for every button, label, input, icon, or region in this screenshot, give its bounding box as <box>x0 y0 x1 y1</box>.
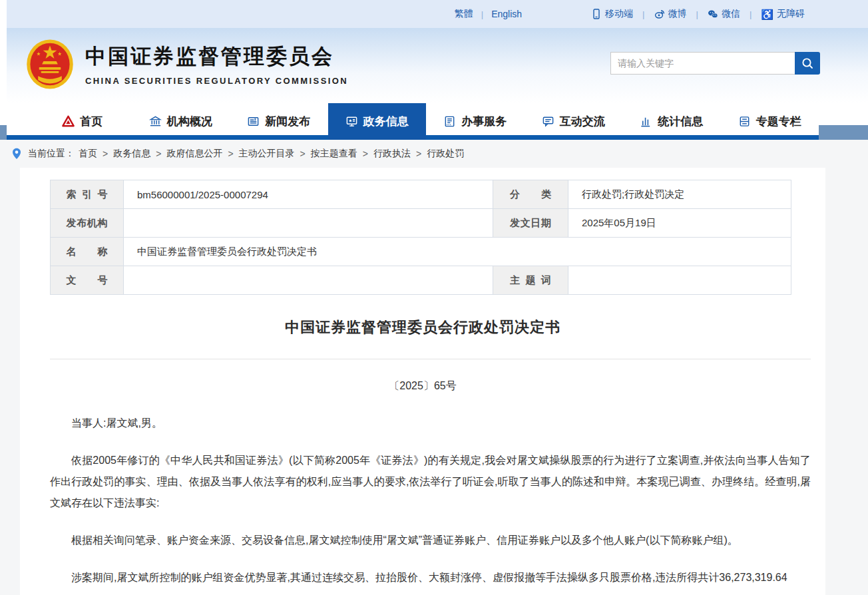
accessibility-icon: ♿ <box>761 9 773 19</box>
nav-item-about[interactable]: 机构概况 <box>132 103 230 140</box>
breadcrumb-link-catalog[interactable]: 主动公开目录 <box>239 148 295 160</box>
breadcrumb-link-by-topic[interactable]: 按主题查看 <box>311 148 357 160</box>
location-pin-icon <box>12 148 21 160</box>
breadcrumb-separator: > <box>228 148 233 159</box>
paragraph-manipulation-facts: 涉案期间,屠文斌所控制的账户组资金优势显著,其通过连续交易、拉抬股价、大额封涨停… <box>50 567 811 588</box>
breadcrumb: 当前位置： 首页 > 政务信息 > 政府信息公开 > 主动公开目录 > 按主题查… <box>0 140 868 168</box>
interaction-icon <box>542 115 554 128</box>
issuing-agency-value <box>124 209 493 238</box>
site-title-en: CHINA SECURITIES REGULATORY COMMISSION <box>85 76 348 86</box>
mobile-label: 移动端 <box>605 8 633 20</box>
nav-item-label: 互动交流 <box>560 114 605 129</box>
name-value: 中国证券监督管理委员会行政处罚决定书 <box>124 238 791 266</box>
search-button[interactable] <box>795 52 820 75</box>
institution-icon <box>149 115 162 128</box>
separator: | <box>696 9 698 19</box>
paragraph-parties: 当事人:屠文斌,男。 <box>50 413 811 434</box>
mobile-link[interactable]: 移动端 <box>591 8 633 20</box>
document-number-value <box>124 266 493 295</box>
statistics-icon <box>640 115 652 128</box>
issuing-agency-label: 发布机构 <box>51 209 124 238</box>
name-label: 名称 <box>51 238 124 266</box>
nav-item-label: 办事服务 <box>461 114 507 129</box>
document-number-label: 文号 <box>51 266 124 295</box>
top-utility-bar: 繁體 | English 移动端 | 微博 | 微信 | ♿ 无障碍 <box>7 0 868 28</box>
nav-item-interaction[interactable]: 互动交流 <box>525 103 623 140</box>
breadcrumb-link-disclosure[interactable]: 政府信息公开 <box>166 148 222 160</box>
nav-item-gov-info[interactable]: 政务信息 <box>328 103 427 140</box>
site-header: 中国证券监督管理委员会 CHINA SECURITIES REGULATORY … <box>7 28 868 103</box>
site-title-zh: 中国证券监督管理委员会 <box>85 43 348 71</box>
search-input[interactable] <box>610 52 795 75</box>
nav-item-home[interactable]: 首页 <box>33 103 132 140</box>
divider <box>50 359 811 359</box>
separator: | <box>750 9 752 19</box>
nav-item-label: 新闻发布 <box>265 114 310 129</box>
document-body: 当事人:屠文斌,男。 依据2005年修订的《中华人民共和国证券法》(以下简称20… <box>50 413 811 588</box>
search-box <box>610 52 820 75</box>
breadcrumb-prefix: 当前位置： <box>28 148 75 160</box>
site-title-block: 中国证券监督管理委员会 CHINA SECURITIES REGULATORY … <box>85 43 348 86</box>
issue-date-value: 2025年05月19日 <box>568 209 791 238</box>
nav-item-label: 统计信息 <box>658 114 703 129</box>
paragraph-legal-basis: 依据2005年修订的《中华人民共和国证券法》(以下简称2005年《证券法》)的有… <box>50 450 811 514</box>
mobile-icon <box>591 9 602 19</box>
breadcrumb-link-home[interactable]: 首页 <box>79 148 97 160</box>
breadcrumb-link-penalty[interactable]: 行政处罚 <box>427 148 464 160</box>
special-topics-icon <box>738 115 751 128</box>
keywords-label: 主题词 <box>493 266 568 295</box>
weibo-link[interactable]: 微博 <box>654 8 687 20</box>
table-row: 名称 中国证券监督管理委员会行政处罚决定书 <box>51 238 791 266</box>
table-row: 发布机构 发文日期 2025年05月19日 <box>51 209 791 238</box>
accessibility-link[interactable]: ♿ 无障碍 <box>761 8 805 20</box>
wechat-icon <box>708 9 718 19</box>
breadcrumb-separator: > <box>156 148 161 159</box>
paragraph-account-control: 根据相关询问笔录、账户资金来源、交易设备信息,屠文斌控制使用“屠文斌”普通证券账… <box>50 530 811 551</box>
breadcrumb-link-gov-info[interactable]: 政务信息 <box>113 148 150 160</box>
table-row: 文号 主题词 <box>51 266 791 295</box>
keywords-value <box>568 266 791 295</box>
breadcrumb-separator: > <box>300 148 306 159</box>
nav-item-label: 机构概况 <box>167 114 212 129</box>
separator: | <box>642 9 644 19</box>
gov-info-icon <box>345 115 358 128</box>
document-number: 〔2025〕65号 <box>20 375 825 397</box>
main-navigation: 首页 机构概况 新闻发布 政务信息 <box>7 103 819 140</box>
wechat-link[interactable]: 微信 <box>708 8 740 20</box>
accessibility-label: 无障碍 <box>777 8 805 20</box>
nav-item-label: 首页 <box>80 114 103 129</box>
lang-english-link[interactable]: English <box>491 9 522 19</box>
lang-traditional-link[interactable]: 繁體 <box>455 8 473 20</box>
page-body: 当前位置： 首页 > 政务信息 > 政府信息公开 > 主动公开目录 > 按主题查… <box>0 140 868 595</box>
news-icon <box>247 115 260 128</box>
breadcrumb-link-enforcement[interactable]: 行政执法 <box>373 148 411 160</box>
nav-item-label: 专题专栏 <box>756 114 801 129</box>
index-number-label: 索引号 <box>51 180 124 209</box>
document-panel: 索引号 bm56000001/2025-00007294 分类 行政处罚;行政处… <box>20 168 825 595</box>
separator: | <box>481 9 483 19</box>
breadcrumb-separator: > <box>416 148 421 159</box>
language-switcher: 繁體 | English <box>455 8 522 20</box>
national-emblem-logo <box>25 39 75 92</box>
main-navigation-zone: 首页 机构概况 新闻发布 政务信息 <box>0 103 868 140</box>
weibo-icon <box>654 9 665 19</box>
table-row: 索引号 bm56000001/2025-00007294 分类 行政处罚;行政处… <box>51 180 791 209</box>
services-icon <box>443 115 456 128</box>
document-meta-table: 索引号 bm56000001/2025-00007294 分类 行政处罚;行政处… <box>50 180 791 295</box>
issue-date-label: 发文日期 <box>493 209 568 238</box>
csrc-logo-icon <box>62 115 75 128</box>
breadcrumb-separator: > <box>103 148 108 159</box>
nav-item-news[interactable]: 新闻发布 <box>230 103 328 140</box>
nav-item-services[interactable]: 办事服务 <box>426 103 525 140</box>
nav-item-special-topics[interactable]: 专题专栏 <box>721 103 819 140</box>
wechat-label: 微信 <box>722 8 740 20</box>
nav-item-statistics[interactable]: 统计信息 <box>622 103 721 140</box>
index-number-value: bm56000001/2025-00007294 <box>124 180 493 209</box>
category-value: 行政处罚;行政处罚决定 <box>568 180 791 209</box>
breadcrumb-separator: > <box>363 148 368 159</box>
category-label: 分类 <box>493 180 568 209</box>
document-title: 中国证券监督管理委员会行政处罚决定书 <box>20 317 825 337</box>
search-icon <box>801 57 814 70</box>
nav-item-label: 政务信息 <box>363 114 409 129</box>
weibo-label: 微博 <box>668 8 687 20</box>
